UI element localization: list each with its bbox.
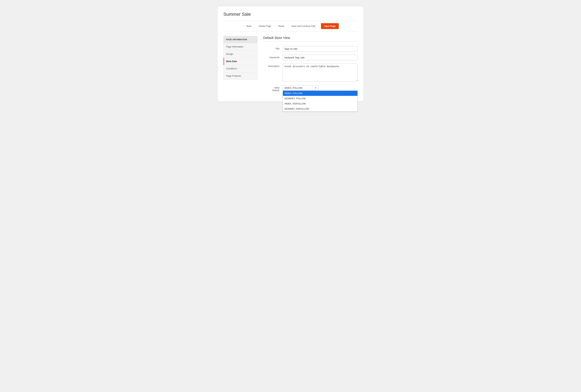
- keywords-row: Keywords: [263, 55, 358, 60]
- section-divider: [263, 41, 358, 42]
- keywords-input[interactable]: [283, 55, 358, 60]
- description-row: Description: [263, 64, 358, 82]
- meta-robots-row: Meta Robots INDEX, FOLLOW ▼ INDEX, FOLLO…: [263, 85, 358, 92]
- sidebar-header: PAGE INFORMATION: [224, 36, 257, 43]
- description-textarea[interactable]: [283, 64, 358, 82]
- sidebar-item-design[interactable]: Design: [224, 50, 257, 58]
- dropdown-arrow-icon: ▼: [315, 87, 317, 89]
- option-noindex-nofollow[interactable]: NOINDEX, NOFOLLOW: [283, 106, 357, 112]
- option-index-follow[interactable]: INDEX, FOLLOW: [283, 91, 357, 96]
- delete-page-button[interactable]: Delete Page: [257, 24, 272, 28]
- meta-robots-options-list: INDEX, FOLLOW NOINDEX, FOLLOW INDEX, NOF…: [283, 91, 358, 112]
- sidebar-item-page-products[interactable]: Page Products: [224, 72, 257, 80]
- main-container: Summer Sale ← Back Delete Page Reset Sav…: [218, 6, 363, 101]
- back-button[interactable]: ← Back: [242, 24, 253, 28]
- meta-robots-selected-value: INDEX, FOLLOW: [284, 86, 302, 89]
- back-arrow-icon: ←: [243, 25, 246, 28]
- keywords-label: Keywords: [263, 55, 283, 59]
- save-continue-button[interactable]: Save and Continue Edit: [290, 24, 316, 28]
- save-page-button[interactable]: Save Page: [321, 23, 339, 29]
- title-input[interactable]: [283, 46, 358, 52]
- keywords-field-wrapper: [283, 55, 358, 60]
- sidebar-item-page-information[interactable]: Page Information: [224, 43, 257, 50]
- toolbar: ← Back Delete Page Reset Save and Contin…: [223, 21, 358, 32]
- sidebar-item-conditions[interactable]: Conditions: [224, 65, 257, 72]
- sidebar-item-meta-data[interactable]: Meta Data: [224, 58, 257, 65]
- meta-robots-label: Meta Robots: [263, 85, 283, 92]
- form-area: Default Store View Title Keywords Descri…: [257, 36, 358, 95]
- option-index-nofollow[interactable]: INDEX, NOFOLLOW: [283, 101, 357, 106]
- title-row: Title: [263, 46, 358, 52]
- sidebar: PAGE INFORMATION Page Information Design…: [223, 36, 257, 80]
- title-field-wrapper: [283, 46, 358, 52]
- content-area: PAGE INFORMATION Page Information Design…: [223, 36, 358, 95]
- meta-robots-field-wrapper: INDEX, FOLLOW ▼ INDEX, FOLLOW NOINDEX, F…: [283, 85, 358, 91]
- description-field-wrapper: [283, 64, 358, 82]
- meta-robots-trigger[interactable]: INDEX, FOLLOW ▼: [283, 85, 318, 91]
- description-label: Description: [263, 64, 283, 68]
- form-section-title: Default Store View: [263, 36, 358, 40]
- option-noindex-follow[interactable]: NOINDEX, FOLLOW: [283, 96, 357, 101]
- reset-button[interactable]: Reset: [277, 24, 286, 28]
- page-title: Summer Sale: [223, 12, 358, 17]
- title-label: Title: [263, 46, 283, 50]
- meta-robots-dropdown: INDEX, FOLLOW ▼ INDEX, FOLLOW NOINDEX, F…: [283, 85, 358, 91]
